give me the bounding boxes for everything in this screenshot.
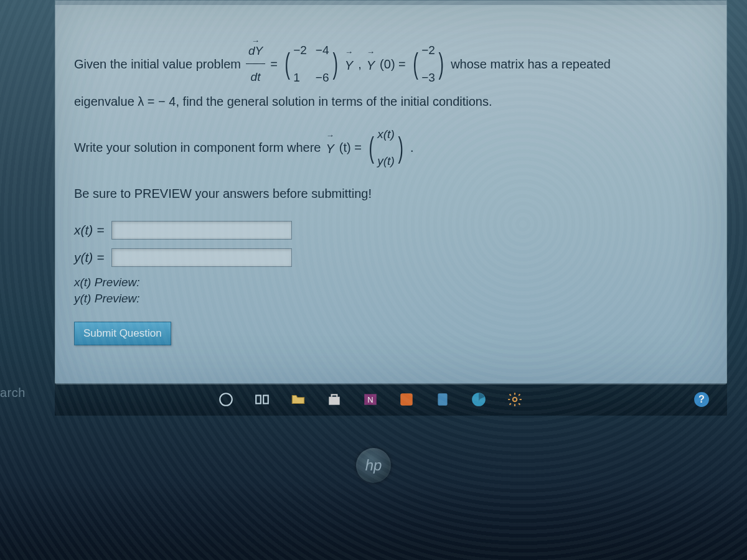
m-a22: −6	[316, 65, 329, 91]
text-intro: Given the initial value problem	[74, 50, 241, 78]
keyboard-glow	[0, 485, 747, 560]
comma: ,	[358, 50, 362, 78]
comp-r1: x(t)	[377, 121, 394, 147]
submit-question-button[interactable]: Submit Question	[74, 322, 171, 345]
Y-vector-1: Y	[345, 49, 353, 79]
hp-laptop-logo: hp	[356, 448, 391, 483]
rparen3: )	[398, 136, 403, 159]
problem-line-1: Given the initial value problem dY dt = …	[74, 36, 708, 92]
svg-rect-1	[256, 396, 261, 404]
windows-taskbar[interactable]: N ?	[55, 383, 727, 416]
problem-line-2: eigenvalue λ = − 4, find the general sol…	[74, 95, 708, 109]
xt-label: x(t) =	[74, 223, 104, 238]
svg-text:?: ?	[698, 393, 705, 404]
period: .	[410, 134, 414, 161]
xt-input[interactable]	[111, 221, 292, 240]
search-label-fragment: arch	[0, 386, 26, 400]
m-a21: 1	[293, 65, 307, 91]
Y0-arg: (0) =	[380, 50, 406, 78]
svg-rect-5	[400, 393, 413, 406]
text-tail1: whose matrix has a repeated	[451, 50, 611, 78]
comp-r2: y(t)	[377, 148, 394, 174]
Yt-vector: Y	[326, 133, 334, 162]
frac-numerator: dY	[246, 38, 265, 65]
edge-icon[interactable]	[469, 390, 488, 409]
yt-answer-row: y(t) =	[74, 248, 708, 267]
Y0-vector: Y	[367, 49, 375, 79]
svg-text:N: N	[367, 395, 373, 404]
frac-denominator: dt	[248, 64, 263, 90]
rparen2: )	[438, 52, 443, 75]
lparen: (	[284, 52, 289, 75]
svg-point-0	[220, 393, 232, 406]
svg-rect-2	[263, 396, 268, 404]
m-a12: −4	[316, 37, 329, 63]
cortana-icon[interactable]	[217, 390, 235, 409]
svg-point-8	[513, 398, 517, 402]
xt-preview: x(t) Preview:	[74, 276, 708, 289]
hp-app-icon[interactable]	[397, 390, 416, 409]
component-vector: ( x(t) y(t) )	[367, 120, 405, 176]
initial-vector: ( −2 −3 )	[411, 36, 446, 92]
svg-rect-6	[438, 393, 447, 406]
text-line3: Write your solution in component form wh…	[74, 134, 321, 161]
settings-icon[interactable]	[505, 390, 524, 409]
file-explorer-icon[interactable]	[289, 390, 308, 409]
fraction-dYdt: dY dt	[246, 38, 265, 91]
rparen: )	[332, 52, 337, 75]
yt-preview: y(t) Preview:	[74, 292, 708, 306]
problem-line-3: Write your solution in component form wh…	[74, 120, 708, 176]
y0-r2: −3	[421, 65, 435, 91]
question-card: Given the initial value problem dY dt = …	[55, 5, 727, 385]
preview-hint: Be sure to PREVIEW your answers before s…	[74, 187, 708, 201]
lparen2: (	[413, 52, 418, 75]
onenote-icon[interactable]: N	[361, 390, 380, 409]
yt-input[interactable]	[111, 248, 292, 267]
task-view-icon[interactable]	[253, 390, 271, 409]
calculator-icon[interactable]	[433, 390, 452, 409]
equals-1: =	[270, 50, 278, 78]
xt-answer-row: x(t) =	[74, 221, 708, 240]
Yt-arg: (t) =	[339, 134, 362, 161]
y0-r1: −2	[421, 37, 435, 63]
m-a11: −2	[293, 37, 307, 63]
coefficient-matrix: ( −2 −4 1 −6 )	[283, 36, 340, 92]
yt-label: y(t) =	[74, 250, 104, 265]
microsoft-store-icon[interactable]	[325, 390, 344, 409]
help-icon[interactable]: ?	[692, 390, 711, 409]
lparen3: (	[369, 136, 374, 159]
